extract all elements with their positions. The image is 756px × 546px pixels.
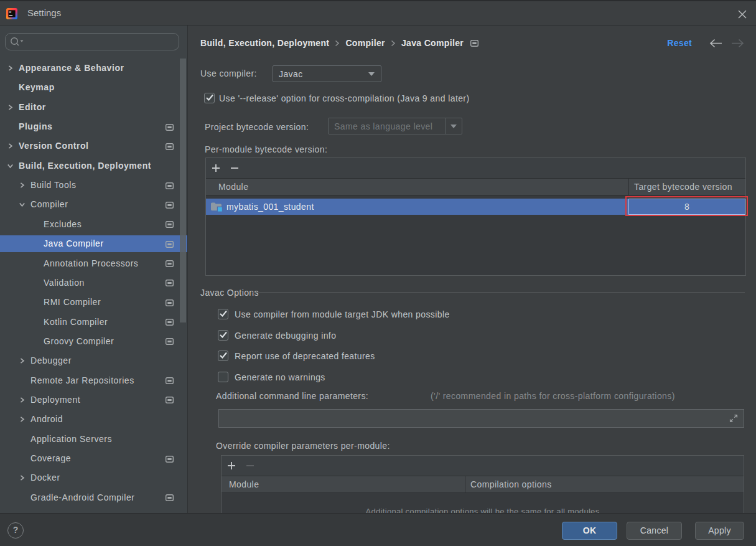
search-icon: [9, 36, 24, 47]
chevron-collapsed-icon[interactable]: [19, 357, 26, 364]
tree-item-compiler[interactable]: Compiler: [0, 195, 188, 214]
tree-item-android[interactable]: Android: [0, 410, 188, 429]
tree-item-label: Build Tools: [30, 176, 77, 195]
tree-item-build-execution-deployment[interactable]: Build, Execution, Deployment: [0, 156, 188, 176]
table-body: mybatis_001_student 8: [206, 195, 745, 275]
table-header: Module Compilation options: [222, 476, 744, 493]
search-input[interactable]: [5, 33, 179, 50]
chevron-down-icon: [450, 125, 457, 128]
table-header: Module Target bytecode version: [206, 178, 745, 195]
breadcrumb-item[interactable]: Compiler: [345, 38, 385, 48]
window-title: Settings: [27, 1, 61, 25]
module-folder-icon: [210, 201, 223, 212]
breadcrumb: Build, Execution, DeploymentCompilerJava…: [200, 35, 478, 51]
tree-item-build-tools[interactable]: Build Tools: [0, 176, 188, 195]
chevron-down-icon: [368, 72, 375, 76]
tree-item-annotation-processors[interactable]: Annotation Processors: [0, 254, 188, 273]
tree-item-plugins[interactable]: Plugins: [0, 117, 188, 136]
tree-item-label: Docker: [30, 468, 60, 487]
expand-icon[interactable]: [729, 414, 738, 423]
remove-icon-disabled[interactable]: [246, 461, 254, 470]
tree-item-docker[interactable]: Docker: [0, 468, 188, 487]
tree-item-version-control[interactable]: Version Control: [0, 136, 188, 156]
cancel-button[interactable]: Cancel: [627, 522, 682, 540]
settings-dialog: IJ Settings Appearance & BehaviorKeymapE…: [0, 0, 756, 546]
tree-item-debugger[interactable]: Debugger: [0, 351, 188, 370]
use-compiler-value: Javac: [273, 69, 303, 79]
java-compiler-page: Build, Execution, DeploymentCompilerJava…: [188, 26, 756, 513]
tree-item-label: Groovy Compiler: [44, 332, 114, 351]
forward-arrow-icon[interactable]: [731, 39, 745, 48]
titlebar: IJ Settings: [0, 0, 756, 26]
help-button[interactable]: ?: [7, 522, 24, 539]
dialog-footer: ? OK Cancel Apply: [0, 513, 756, 546]
tree-item-editor[interactable]: Editor: [0, 98, 188, 117]
generate-no-warnings-checkbox[interactable]: [218, 372, 228, 382]
breadcrumb-item[interactable]: Build, Execution, Deployment: [200, 38, 329, 48]
apply-button[interactable]: Apply: [695, 522, 744, 540]
breadcrumb-separator: [335, 40, 340, 47]
tree-item-application-servers[interactable]: Application Servers: [0, 430, 188, 449]
settings-tree: Appearance & BehaviorKeymapEditorPlugins…: [0, 59, 188, 513]
tree-item-label: Application Servers: [30, 430, 112, 449]
tree-item-gradle-android-compiler[interactable]: Gradle-Android Compiler: [0, 488, 188, 507]
back-arrow-icon[interactable]: [709, 39, 722, 48]
additional-params-input[interactable]: [218, 409, 744, 428]
tree-item-excludes[interactable]: Excludes: [0, 215, 188, 234]
chevron-collapsed-icon[interactable]: [19, 397, 26, 403]
reset-link[interactable]: Reset: [667, 38, 692, 48]
page-icon: [166, 260, 174, 267]
report-use-of-deprecated-features-checkbox[interactable]: [218, 351, 228, 361]
chevron-collapsed-icon[interactable]: [7, 143, 14, 149]
chevron-collapsed-icon[interactable]: [7, 104, 14, 111]
tree-item-label: Coverage: [30, 449, 71, 468]
tree-item-keymap[interactable]: Keymap: [0, 78, 188, 97]
chevron-collapsed-icon[interactable]: [7, 65, 14, 72]
release-option-checkbox[interactable]: [204, 93, 215, 103]
use-compiler-from-module-target-jdk-when-possible-checkbox[interactable]: [218, 309, 228, 319]
column-header-module: Module: [229, 476, 259, 492]
project-bytecode-select[interactable]: Same as language level: [328, 118, 462, 134]
chevron-collapsed-icon[interactable]: [19, 474, 26, 481]
sidebar-scrollbar-thumb[interactable]: [180, 59, 186, 322]
tree-item-remote-jar-repositories[interactable]: Remote Jar Repositories: [0, 371, 188, 390]
ok-button[interactable]: OK: [562, 522, 617, 540]
tree-item-groovy-compiler[interactable]: Groovy Compiler: [0, 332, 188, 351]
tree-item-label: Build, Execution, Deployment: [19, 156, 151, 176]
add-icon[interactable]: [227, 461, 236, 470]
chevron-expanded-icon[interactable]: [7, 162, 14, 169]
tree-item-validation[interactable]: Validation: [0, 273, 188, 293]
javac-options-title: Javac Options: [200, 288, 259, 298]
page-icon: [166, 397, 174, 403]
tree-item-rmi-compiler[interactable]: RMI Compiler: [0, 293, 188, 312]
breadcrumb-item[interactable]: Java Compiler: [401, 38, 464, 48]
page-icon: [166, 241, 174, 248]
module-bytecode-table: Module Target bytecode version mybatis_0…: [205, 158, 746, 276]
target-bytecode-cell[interactable]: 8: [628, 199, 745, 215]
tree-item-label: Keymap: [19, 78, 55, 97]
use-compiler-label: Use compiler:: [200, 68, 257, 78]
tree-item-label: Appearance & Behavior: [19, 59, 124, 78]
add-icon[interactable]: [212, 164, 220, 172]
generate-debugging-info-checkbox[interactable]: [218, 330, 228, 341]
chevron-collapsed-icon[interactable]: [19, 182, 26, 189]
tree-item-kotlin-compiler[interactable]: Kotlin Compiler: [0, 313, 188, 332]
remove-icon[interactable]: [230, 164, 239, 172]
chevron-expanded-icon[interactable]: [19, 201, 26, 208]
close-icon[interactable]: [737, 9, 747, 19]
page-icon: [166, 299, 174, 306]
tree-item-deployment[interactable]: Deployment: [0, 390, 188, 410]
chevron-collapsed-icon[interactable]: [19, 416, 26, 423]
tree-item-coverage[interactable]: Coverage: [0, 449, 188, 468]
page-icon: [166, 182, 174, 189]
separator-line: [252, 292, 745, 293]
use-compiler-select[interactable]: Javac: [273, 65, 381, 82]
project-bytecode-label: Project bytecode version:: [205, 122, 309, 132]
table-toolbar: [206, 158, 745, 178]
tree-item-appearance-behavior[interactable]: Appearance & Behavior: [0, 59, 188, 78]
tree-item-label: Kotlin Compiler: [44, 313, 108, 332]
tree-item-java-compiler[interactable]: Java Compiler: [0, 234, 188, 253]
tree-item-label: Android: [30, 410, 63, 429]
javac-options-separator: Javac Options: [200, 287, 746, 297]
page-icon: [166, 124, 174, 131]
